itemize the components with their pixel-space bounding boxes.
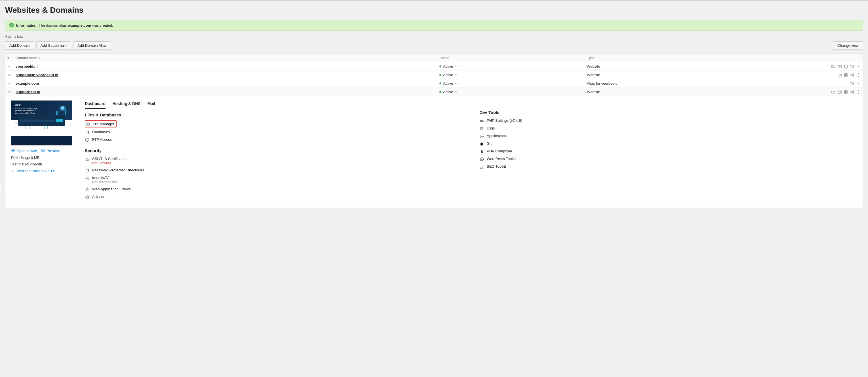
preview-icon [41,148,45,153]
open-in-web-link[interactable]: Open in web [11,148,37,153]
expand-all-toggle[interactable] [5,55,13,61]
table-row: subdomein.voorbeeld.nlActive▾Website⋮ [5,71,863,79]
status-cell[interactable]: Active▾ [437,88,585,96]
tool-item: Advisor [85,193,462,201]
domain-link[interactable]: supporttest.nl [16,90,40,94]
status-cell[interactable]: Active▾ [437,79,585,87]
more-icon[interactable]: ⋮ [856,74,860,76]
tool-link[interactable]: WordPress Toolkit [487,157,516,161]
preview-link[interactable]: Preview [41,148,60,153]
db-icon[interactable] [844,73,848,77]
expand-toggle[interactable] [5,89,13,95]
chevron-down-icon: ▾ [455,73,457,76]
col-type-header[interactable]: Type [585,55,817,62]
sliders-icon[interactable] [850,64,855,69]
gear-icon [479,134,484,138]
sliders-icon[interactable] [850,73,855,77]
sidebar-collapse-handle[interactable]: ‹ [0,182,3,195]
tool-sublabel: Not scanned yet [92,180,117,184]
mail-icon[interactable] [837,90,842,94]
svg-point-24 [86,131,88,132]
mail-icon[interactable] [837,64,842,69]
expand-toggle[interactable] [5,63,13,70]
expand-toggle[interactable] [5,80,13,87]
svg-rect-20 [65,110,66,115]
status-cell[interactable]: Active▾ [437,63,585,70]
tool-link[interactable]: File Manager [93,122,114,126]
site-thumbnail[interactable]: pleskThis is a default webpage generated… [11,100,72,146]
db-icon[interactable] [844,64,848,69]
tool-item: Applications [479,132,857,140]
svg-point-3 [852,67,853,67]
folder-icon[interactable] [831,64,836,69]
more-icon[interactable]: ⋮ [856,91,860,94]
tool-link[interactable]: Git [487,141,492,146]
expand-toggle[interactable] [5,72,13,78]
disk-usage-value: 0 MB [31,156,39,160]
add-domain-button[interactable]: Add Domain [5,41,34,49]
sliders-icon[interactable] [850,90,855,94]
traffic-value: 0 MB/month [22,162,42,166]
tool-item: SSL/TLS CertificatesNot Secured [85,155,462,167]
svg-point-18 [61,106,64,110]
php-icon [479,119,484,123]
add-domain-alias-button[interactable]: Add Domain Alias [73,41,111,49]
tool-link[interactable]: Advisor [92,195,104,199]
add-subdomain-button[interactable]: Add Subdomain [36,41,71,49]
check-circle-icon [9,23,14,28]
domain-table: Domain name ↓ Status Type voorbeeld.nlAc… [5,54,863,208]
folder-icon[interactable] [831,90,836,94]
domain-link[interactable]: voorbeeld.nl [16,64,37,69]
svg-point-8 [853,74,854,75]
col-status-header[interactable]: Status [437,55,585,62]
tab-mail[interactable]: Mail [148,100,155,109]
tool-link[interactable]: FTP Access [92,137,112,142]
status-cell[interactable]: Active▾ [437,71,585,79]
section-title-security: Security [85,148,462,153]
svg-rect-26 [86,159,88,161]
tab-hosting-dns[interactable]: Hosting & DNS [112,100,141,109]
monitor-icon [85,138,89,142]
more-icon[interactable]: ⋮ [856,82,860,85]
svg-point-5 [844,73,847,74]
tool-link[interactable]: Password-Protected Directories [92,168,144,172]
tool-link[interactable]: Web Application Firewall [92,187,132,191]
tool-link[interactable]: PHP Settings (v7.4.6) [487,118,522,123]
tab-dashboard[interactable]: Dashboard [85,100,105,109]
domain-link[interactable]: subdomein.voorbeeld.nl [16,73,58,77]
svg-point-27 [87,178,88,179]
tool-item: Web Application Firewall [85,185,462,193]
detail-tabs: DashboardHosting & DNSMail [85,100,462,109]
tool-item: Git [479,140,857,147]
db-icon[interactable] [844,90,848,94]
tool-link[interactable]: ImunifyAV [92,176,108,180]
advisor-icon [85,195,89,199]
more-icon[interactable]: ⋮ [856,65,860,68]
items-total: 4 items total [5,35,863,38]
row-actions: ⋮ [817,63,863,71]
row-actions: ⋮ [817,88,863,96]
col-domain-header[interactable]: Domain name ↓ [13,55,437,62]
row-actions: ⋮ [817,79,863,88]
tool-link[interactable]: Applications [487,134,507,138]
disk-usage-label: Disk Usage [11,156,30,160]
type-cell: Website [585,63,817,70]
flame-icon [85,187,89,192]
change-view-button[interactable]: Change view [833,41,863,49]
tool-link[interactable]: SSL/TLS Certificates [92,157,126,161]
web-statistics-link[interactable]: Web Statistics SSL/TLS [11,169,56,173]
alert-text: Information: The domain alias example.co… [16,23,113,28]
shield-icon [85,168,89,173]
tool-item: PHP Composer [479,147,857,155]
tool-link[interactable]: SEO Toolkit [487,164,506,169]
tool-link[interactable]: Databases [92,130,110,134]
folder-icon[interactable] [837,73,842,77]
svg-point-13 [844,90,847,92]
svg-point-34 [481,150,483,152]
sort-asc-icon: ↓ [39,56,40,60]
tool-link[interactable]: PHP Composer [487,149,512,153]
sliders-icon[interactable] [850,81,855,86]
tool-link[interactable]: Logs [487,126,495,130]
domain-link[interactable]: example.com [16,81,39,85]
type-cell: Website [585,88,817,96]
